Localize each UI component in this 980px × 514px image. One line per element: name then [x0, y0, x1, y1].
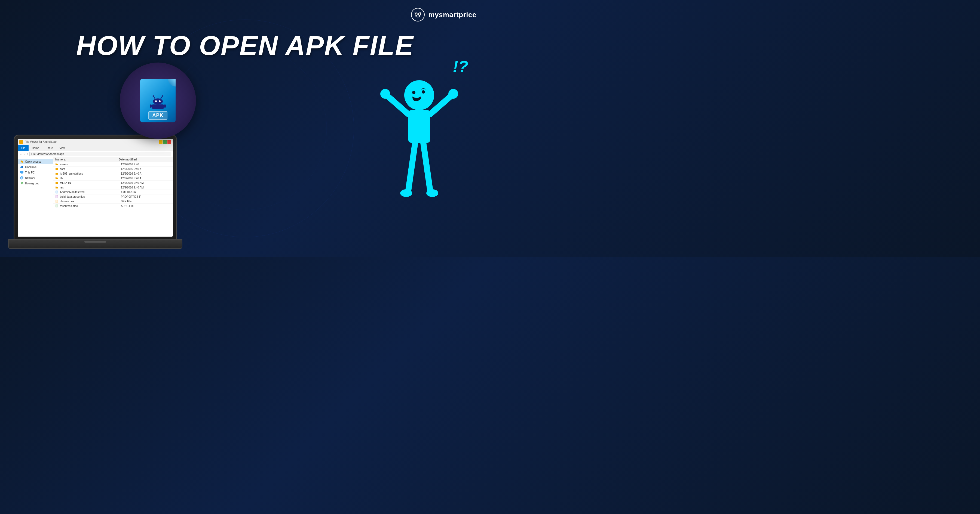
address-path[interactable]: File Viewer for Android.apk	[29, 152, 171, 156]
homegroup-icon	[20, 181, 24, 185]
file-item-metainf[interactable]: META-INF 12/9/2016 9:40 AM	[53, 181, 173, 185]
filename-resources: resources.arsc	[60, 205, 121, 208]
filedate-com: 12/9/2016 9:40 A	[121, 168, 171, 171]
dex-file-icon	[55, 200, 59, 203]
network-icon	[20, 176, 24, 180]
ribbon-tab-share[interactable]: Share	[43, 145, 56, 151]
file-item-manifest[interactable]: AndroidManifest.xml XML Docum	[53, 190, 173, 194]
filedate-jsr: 12/9/2016 9:40 A	[121, 172, 171, 175]
svg-point-53	[426, 189, 438, 197]
sidebar-label-quickaccess: Quick access	[25, 160, 41, 163]
maximize-btn[interactable]	[163, 140, 167, 144]
filedate-res: 12/9/2016 9:40 AM	[121, 186, 171, 189]
filename-assets: assets	[60, 163, 121, 166]
explorer-main-area: Quick access OneDrive	[18, 157, 173, 236]
minimize-btn[interactable]	[159, 140, 162, 144]
title-bar-controls	[159, 140, 171, 144]
computer-icon	[20, 171, 24, 175]
file-item-jsr[interactable]: jsr305_annotations 12/9/2016 9:40 A	[53, 171, 173, 176]
ribbon-tab-view[interactable]: View	[56, 145, 69, 151]
filedate-resources: ARSC File	[121, 205, 171, 208]
address-bar: ← → ↑ File Viewer for Android.apk	[18, 151, 173, 157]
sidebar-label-homegroup: Homegroup	[25, 182, 39, 185]
stick-figure-container: !?	[375, 73, 463, 234]
title-bar-icon	[19, 140, 23, 144]
properties-file-icon	[55, 195, 59, 198]
sidebar-item-homegroup[interactable]: Homegroup	[18, 181, 53, 186]
laptop-illustration: File Viewer for Android.apk File Home Sh…	[8, 124, 182, 249]
laptop-base	[8, 240, 182, 249]
laptop-screen: File Viewer for Android.apk File Home Sh…	[18, 139, 173, 236]
file-item-resources[interactable]: resources.arsc ARSC File	[53, 204, 173, 208]
svg-rect-29	[56, 205, 58, 207]
header-date: Date modified	[119, 158, 171, 161]
apk-file-visual: APK	[140, 79, 176, 122]
svg-line-31	[161, 96, 162, 99]
svg-rect-38	[150, 105, 152, 108]
explorer-title-bar: File Viewer for Android.apk	[18, 139, 173, 145]
filename-classes: classes.dex	[60, 200, 121, 203]
brand-logo: mysmartprice	[411, 8, 476, 22]
file-item-assets[interactable]: assets 12/9/2016 9:40	[53, 162, 173, 167]
nav-up-btn[interactable]: ↑	[27, 152, 28, 155]
file-item-builddata[interactable]: build-data.properties PROPERTIES Fi	[53, 194, 173, 199]
stick-figure-svg	[375, 73, 463, 234]
svg-point-47	[380, 89, 390, 99]
svg-point-42	[404, 80, 434, 110]
explorer-sidebar: Quick access OneDrive	[18, 157, 53, 236]
ribbon-tab-home[interactable]: Home	[29, 145, 43, 151]
filedate-metainf: 12/9/2016 9:40 AM	[121, 181, 171, 184]
nav-forward-btn[interactable]: →	[23, 152, 26, 155]
filename-lib: lib	[60, 177, 121, 180]
svg-point-32	[153, 95, 154, 97]
svg-point-7	[416, 14, 417, 14]
file-list-header: Name ▲ Date modified	[53, 157, 173, 162]
filename-res: res	[60, 186, 121, 189]
question-marks: !?	[453, 57, 468, 76]
arsc-file-icon	[55, 204, 59, 208]
close-btn[interactable]	[167, 140, 171, 144]
svg-marker-9	[20, 160, 24, 163]
file-item-classes[interactable]: classes.dex DEX File	[53, 199, 173, 204]
brand-icon	[411, 8, 425, 22]
svg-point-43	[412, 91, 415, 94]
folder-icon	[55, 186, 59, 189]
sidebar-label-onedrive: OneDrive	[25, 166, 37, 169]
folder-icon	[55, 181, 59, 184]
apk-file-shape: APK	[140, 79, 176, 122]
file-item-com[interactable]: com 12/9/2016 9:40 A	[53, 167, 173, 171]
filename-metainf: META-INF	[60, 181, 121, 184]
svg-point-36	[159, 100, 161, 102]
file-item-res[interactable]: res 12/9/2016 9:40 AM	[53, 185, 173, 190]
svg-rect-37	[152, 105, 164, 109]
svg-point-5	[415, 13, 417, 15]
xml-file-icon	[55, 190, 59, 194]
svg-point-33	[162, 95, 163, 97]
svg-point-2	[411, 8, 425, 21]
svg-point-21	[22, 182, 23, 183]
ribbon-tab-file[interactable]: File	[18, 145, 29, 151]
sidebar-item-network[interactable]: Network	[18, 175, 53, 181]
apk-label: APK	[148, 111, 167, 120]
sidebar-item-onedrive[interactable]: OneDrive	[18, 164, 53, 170]
file-list-panel: Name ▲ Date modified assets 12/9/2016 9:…	[53, 157, 173, 236]
svg-point-1	[163, 47, 327, 210]
svg-line-52	[423, 143, 430, 190]
svg-rect-26	[57, 190, 58, 192]
svg-rect-45	[408, 110, 430, 143]
folder-icon	[55, 172, 59, 175]
filename-manifest: AndroidManifest.xml	[60, 190, 121, 194]
file-item-lib[interactable]: lib 12/9/2016 9:40 A	[53, 176, 173, 181]
apk-icon-circle: APK	[120, 63, 196, 139]
sidebar-item-thispc[interactable]: This PC	[18, 170, 53, 175]
svg-point-35	[155, 100, 157, 102]
ribbon-bar: File Home Share View	[18, 145, 173, 151]
svg-point-51	[400, 189, 412, 197]
svg-rect-28	[56, 200, 58, 203]
filename-jsr: jsr305_annotations	[60, 172, 121, 175]
sidebar-item-quickaccess[interactable]: Quick access	[18, 159, 53, 164]
laptop-hinge	[84, 241, 106, 243]
svg-rect-13	[20, 171, 24, 173]
svg-point-44	[422, 90, 425, 94]
nav-back-btn[interactable]: ←	[19, 152, 22, 155]
